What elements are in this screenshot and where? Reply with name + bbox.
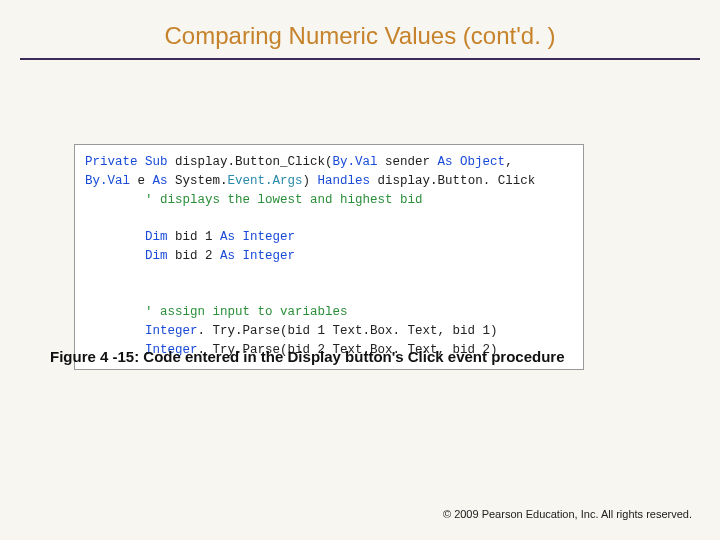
code-token: By.Val [85, 174, 130, 188]
code-listing: Private Sub display.Button_Click(By.Val … [74, 144, 584, 370]
title-underline [20, 58, 700, 60]
code-comment: ' assign input to variables [85, 305, 348, 319]
code-token: By.Val [333, 155, 378, 169]
code-token: Event.Args [228, 174, 303, 188]
code-token: Object [460, 155, 505, 169]
code-token [235, 230, 243, 244]
code-token: Integer [243, 230, 296, 244]
code-token: , [505, 155, 513, 169]
code-token: sender [378, 155, 438, 169]
code-token: display.Button_Click( [168, 155, 333, 169]
code-token [85, 249, 145, 263]
code-token: e [130, 174, 153, 188]
page-title: Comparing Numeric Values (cont'd. ) [0, 0, 720, 58]
figure-caption: Figure 4 -15: Code entered in the Displa… [50, 348, 565, 365]
code-token [85, 324, 145, 338]
code-token: System. [168, 174, 228, 188]
code-token: . Try.Parse(bid 1 Text.Box. Text, bid 1) [198, 324, 498, 338]
code-token: As [220, 230, 235, 244]
code-token: display.Button. Click [370, 174, 535, 188]
code-token: As [220, 249, 235, 263]
code-token: Integer [145, 324, 198, 338]
code-token [235, 249, 243, 263]
code-token [85, 230, 145, 244]
code-token: Integer [243, 249, 296, 263]
code-token: Private Sub [85, 155, 168, 169]
code-token: bid 2 [168, 249, 221, 263]
code-blank [85, 268, 93, 282]
code-blank [85, 286, 93, 300]
code-token: Dim [145, 230, 168, 244]
code-token: Handles [318, 174, 371, 188]
code-token: ) [303, 174, 318, 188]
slide: Comparing Numeric Values (cont'd. ) Priv… [0, 0, 720, 540]
code-comment: ' displays the lowest and highest bid [85, 193, 423, 207]
code-blank [85, 211, 93, 225]
copyright-footer: © 2009 Pearson Education, Inc. All right… [443, 508, 692, 520]
code-token [453, 155, 461, 169]
code-token: As [153, 174, 168, 188]
code-token: Dim [145, 249, 168, 263]
code-token: bid 1 [168, 230, 221, 244]
code-token: As [438, 155, 453, 169]
